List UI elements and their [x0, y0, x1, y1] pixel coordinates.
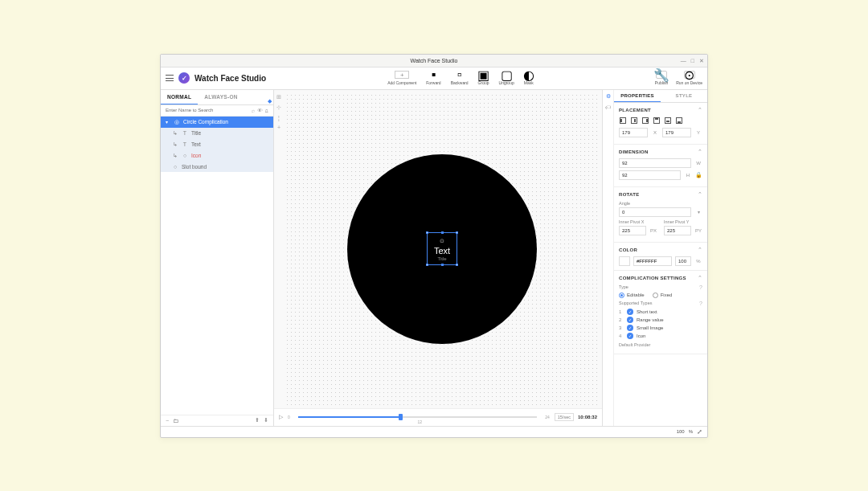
- properties-toggle-icon[interactable]: ⚙: [606, 93, 611, 100]
- section-rotate: ROTATE ⌃ Angle 0 ▾ Inner Pivot X: [614, 187, 707, 243]
- forward-button[interactable]: ▪ Forward: [426, 71, 440, 85]
- titlebar: Watch Face Studio — □ ✕: [161, 55, 707, 68]
- group-icon: ▣: [479, 71, 489, 79]
- ungroup-button[interactable]: ▢ Ungroup: [499, 71, 514, 85]
- color-opacity-input[interactable]: 100: [675, 256, 691, 266]
- tab-style[interactable]: STYLE: [661, 90, 707, 102]
- supported-type-short-text[interactable]: 1 ✓ Short text: [619, 309, 702, 315]
- fullscreen-icon[interactable]: ⤢: [697, 428, 702, 436]
- link-icon: ↳: [172, 153, 178, 159]
- timeline-thumb[interactable]: [399, 414, 403, 420]
- check-icon: ✓: [627, 325, 633, 331]
- backward-icon: ▫: [455, 71, 465, 79]
- dimension-h-input[interactable]: 92: [619, 170, 681, 180]
- run-on-device-button[interactable]: ⊙ Run on Device: [676, 71, 702, 85]
- add-icon[interactable]: +: [277, 125, 280, 130]
- tab-always-on[interactable]: ALWAYS-ON: [198, 90, 244, 104]
- link-icon: ↳: [172, 130, 178, 137]
- app-logo-icon: ✓: [178, 72, 190, 84]
- group-button[interactable]: ▣ Group: [478, 71, 489, 85]
- grid-icon[interactable]: ⊞: [276, 94, 281, 100]
- placement-y-input[interactable]: 179: [662, 128, 691, 137]
- info-icon[interactable]: ?: [699, 301, 702, 306]
- layer-circle-complication[interactable]: ▾ ◎ Circle Complication: [161, 117, 273, 128]
- fps-select[interactable]: 15/sec: [555, 413, 574, 421]
- forward-icon: ▪: [428, 71, 438, 79]
- layer-icon[interactable]: ↳ ○ Icon: [161, 150, 273, 162]
- supported-type-small-image[interactable]: 3 ✓ Small Image: [619, 325, 702, 331]
- watch-face[interactable]: ⊙ Text Title: [347, 154, 537, 344]
- color-hex-input[interactable]: #FFFFFF: [633, 256, 672, 266]
- info-icon[interactable]: ?: [699, 284, 702, 290]
- chevron-up-icon[interactable]: ⌃: [698, 247, 702, 253]
- align-top-button[interactable]: [653, 117, 661, 125]
- align-center-v-button[interactable]: [664, 117, 672, 125]
- align-left-button[interactable]: [619, 117, 627, 125]
- tab-properties[interactable]: PROPERTIES: [614, 90, 661, 102]
- text-icon: T: [182, 130, 188, 136]
- mask-button[interactable]: ◐ Mask: [524, 71, 534, 85]
- section-complication-settings: COMPLICATION SETTINGS ⌃ Type ? Editable: [614, 271, 707, 354]
- layer-title[interactable]: ↳ T Title: [161, 128, 273, 139]
- color-swatch[interactable]: [619, 256, 630, 266]
- chevron-up-icon[interactable]: ⌃: [698, 275, 702, 281]
- sort-down-icon[interactable]: ⬇: [264, 417, 268, 423]
- chevron-up-icon[interactable]: ⌃: [698, 191, 702, 198]
- close-icon[interactable]: ✕: [699, 58, 704, 63]
- add-component-button[interactable]: + Add Component: [387, 71, 416, 85]
- toolbar: ✓ Watch Face Studio + Add Component ▪ Fo…: [161, 68, 707, 90]
- minus-icon[interactable]: −: [166, 418, 169, 423]
- window-title: Watch Face Studio: [411, 58, 458, 63]
- lock-icon[interactable]: ⩍: [265, 108, 268, 113]
- app-name: Watch Face Studio: [194, 74, 266, 83]
- hamburger-icon[interactable]: [166, 75, 174, 81]
- dimension-w-input[interactable]: 92: [619, 158, 691, 168]
- backward-button[interactable]: ▫ Backward: [451, 71, 469, 85]
- align-right-button[interactable]: [641, 117, 649, 125]
- timeline-slider[interactable]: 12: [298, 416, 537, 418]
- layer-stack-icon[interactable]: ◆: [268, 98, 272, 104]
- angle-stepper-icon[interactable]: ▾: [694, 209, 702, 215]
- lock-aspect-icon[interactable]: 🔒: [695, 172, 702, 178]
- radio-editable[interactable]: Editable: [619, 293, 645, 298]
- sort-up-icon[interactable]: ⬆: [255, 417, 260, 423]
- radio-fixed[interactable]: Fixed: [653, 293, 673, 298]
- chevron-up-icon[interactable]: ⌃: [698, 149, 702, 155]
- layer-text[interactable]: ↳ T Text: [161, 139, 273, 150]
- supported-type-range-value[interactable]: 2 ✓ Range value: [619, 317, 702, 323]
- layer-slot-bound[interactable]: ○ Slot bound: [161, 162, 273, 172]
- device-icon: ⊙: [684, 71, 695, 79]
- align-center-h-button[interactable]: [630, 117, 638, 125]
- pivot-x-input[interactable]: 225: [619, 226, 646, 235]
- section-dimension: DIMENSION ⌃ 92 W 92 H 🔒: [614, 145, 707, 187]
- canvas-area: ⊞ ⊹ ¦ + ⊙ Text Title ▷ 0: [274, 90, 602, 426]
- align-bottom-button[interactable]: [675, 117, 683, 125]
- pivot-y-input[interactable]: 225: [664, 226, 691, 235]
- properties-panel: ⚙ 🏷 PROPERTIES STYLE PLACEMENT ⌃: [602, 90, 707, 426]
- zoom-value[interactable]: 100: [677, 429, 685, 434]
- guide-icon[interactable]: ¦: [278, 115, 280, 121]
- supported-type-icon[interactable]: 4 ✓ Icon: [619, 333, 702, 339]
- check-icon: ✓: [627, 317, 633, 323]
- minimize-icon[interactable]: —: [681, 58, 686, 63]
- chevron-up-icon[interactable]: ⌃: [698, 107, 702, 113]
- rotate-angle-input[interactable]: 0: [619, 207, 691, 217]
- maximize-icon[interactable]: □: [691, 58, 694, 63]
- canvas[interactable]: ⊙ Text Title: [285, 93, 599, 405]
- wrench-icon: 🔧: [656, 71, 667, 79]
- complication-placeholder-icon: ⊙: [434, 238, 450, 244]
- publish-button[interactable]: 🔧 Publish: [655, 71, 668, 85]
- search-icon[interactable]: ⌕: [252, 108, 255, 113]
- visibility-icon[interactable]: 👁: [257, 108, 263, 113]
- tag-icon[interactable]: 🏷: [605, 104, 611, 110]
- selection-box[interactable]: ⊙ Text Title: [427, 232, 457, 265]
- check-icon: ✓: [627, 333, 633, 339]
- snap-icon[interactable]: ⊹: [276, 104, 281, 111]
- play-icon[interactable]: ▷: [279, 414, 283, 420]
- section-color: COLOR ⌃ #FFFFFF 100 %: [614, 243, 707, 271]
- placement-x-input[interactable]: 179: [619, 128, 648, 137]
- search-input[interactable]: [166, 108, 249, 113]
- timeline-time: 10:08:32: [578, 415, 597, 419]
- folder-icon[interactable]: 🗀: [173, 418, 178, 423]
- tab-normal[interactable]: NORMAL: [161, 90, 198, 104]
